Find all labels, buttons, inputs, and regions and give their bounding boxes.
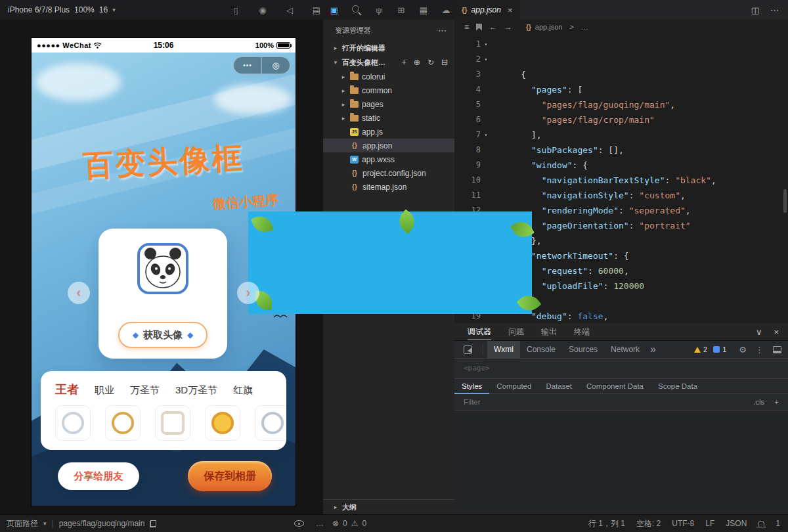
- grid-icon[interactable]: ⊞: [395, 4, 407, 16]
- simulator-icon[interactable]: ▯: [230, 4, 242, 16]
- more-icon[interactable]: …: [316, 519, 324, 528]
- category-tab[interactable]: 红旗: [233, 384, 253, 397]
- tree-item[interactable]: ▸ common: [323, 83, 454, 97]
- copy-path-icon[interactable]: [150, 520, 156, 527]
- carousel-next-button[interactable]: ›: [237, 282, 259, 304]
- tabs-overflow-icon[interactable]: »: [646, 344, 660, 355]
- record-icon[interactable]: ◉: [257, 4, 269, 16]
- fold-chevron-icon[interactable]: [481, 143, 491, 158]
- kebab-menu-icon[interactable]: ⋮: [755, 345, 764, 355]
- new-style-rule-button[interactable]: +: [774, 398, 779, 406]
- forward-icon[interactable]: →: [504, 22, 512, 32]
- get-avatar-button[interactable]: ◆ 获取头像 ◆: [118, 322, 208, 348]
- avatar-frame-thumbnail[interactable]: [255, 405, 286, 441]
- notification-count[interactable]: 1: [776, 519, 780, 528]
- more-actions-icon[interactable]: ⋯: [770, 5, 779, 15]
- fold-chevron-icon[interactable]: [481, 188, 491, 203]
- styles-tab[interactable]: Dataset: [538, 379, 579, 394]
- bell-icon[interactable]: [758, 521, 764, 527]
- category-tab[interactable]: 3D万圣节: [175, 384, 217, 397]
- styles-tab[interactable]: Styles: [454, 379, 489, 394]
- new-file-icon[interactable]: +: [402, 58, 406, 67]
- carousel-prev-button[interactable]: ‹: [68, 282, 90, 304]
- gear-icon[interactable]: ⚙: [739, 345, 747, 355]
- dock-side-icon[interactable]: [773, 346, 781, 353]
- share-button[interactable]: 分享给朋友: [58, 462, 139, 490]
- fold-chevron-icon[interactable]: [481, 173, 491, 188]
- tab-app-json[interactable]: {} app.json ×: [454, 0, 520, 20]
- styles-tab[interactable]: Scope Data: [651, 379, 705, 394]
- statusbar-item[interactable]: UTF-8: [672, 519, 694, 528]
- open-editors-icon[interactable]: ≡: [464, 22, 469, 32]
- device-selector[interactable]: iPhone 6/7/8 Plus 100% 16 ▾: [8, 0, 116, 20]
- windows-icon[interactable]: ▦: [418, 4, 429, 16]
- cloud-icon[interactable]: ☁: [440, 4, 452, 16]
- snapshot-icon[interactable]: ▤: [311, 4, 322, 16]
- avatar-frame-thumbnail[interactable]: [155, 405, 190, 441]
- editor-toggle-icon[interactable]: ▣: [328, 4, 340, 16]
- tree-item[interactable]: {} app.json: [323, 139, 454, 152]
- fold-chevron-icon[interactable]: ▾: [481, 127, 491, 143]
- project-root-section[interactable]: ▾ 百变头像框… +⊕↻⊟: [323, 55, 454, 70]
- fold-chevron-icon[interactable]: ▾: [481, 37, 491, 52]
- back-icon[interactable]: ←: [489, 22, 497, 32]
- avatar-frame-thumbnail[interactable]: [55, 405, 91, 441]
- debugger-tab[interactable]: 调试器: [468, 324, 491, 340]
- tree-item[interactable]: ▸ colorui: [323, 70, 454, 83]
- editor-scrollbar[interactable]: [783, 189, 787, 213]
- save-to-album-button[interactable]: 保存到相册: [188, 461, 272, 491]
- breadcrumb-file[interactable]: {} app.json: [526, 23, 562, 31]
- fold-chevron-icon[interactable]: [481, 112, 491, 127]
- styles-tab[interactable]: Computed: [489, 379, 538, 394]
- tree-item[interactable]: {} sitemap.json: [323, 180, 454, 194]
- close-panel-icon[interactable]: ×: [774, 327, 779, 337]
- debugger-tab[interactable]: 问题: [508, 324, 524, 340]
- avatar-frame-thumbnail[interactable]: [205, 405, 240, 441]
- debugger-tab[interactable]: 终端: [574, 324, 590, 340]
- minimize-panel-icon[interactable]: ∨: [756, 327, 762, 337]
- category-tab[interactable]: 王者: [55, 382, 79, 397]
- tree-item[interactable]: JS app.js: [323, 125, 454, 139]
- wxml-dom-root[interactable]: <page>: [454, 359, 788, 378]
- category-tab[interactable]: 职业: [95, 384, 114, 397]
- refresh-icon[interactable]: ↻: [427, 58, 434, 67]
- split-editor-icon[interactable]: ◫: [751, 5, 759, 15]
- fold-chevron-icon[interactable]: [481, 67, 491, 82]
- new-folder-icon[interactable]: ⊕: [414, 58, 420, 67]
- tree-item[interactable]: {} project.config.json: [323, 166, 454, 180]
- close-tab-icon[interactable]: ×: [508, 5, 513, 15]
- issues-count[interactable]: 1: [722, 345, 726, 353]
- page-path-label[interactable]: 页面路径: [7, 518, 38, 529]
- fold-chevron-icon[interactable]: [481, 97, 491, 112]
- search-icon[interactable]: [351, 4, 362, 16]
- problems-group[interactable]: ⊗ 0 ⚠ 0: [332, 515, 366, 532]
- devtools-tab[interactable]: Network: [604, 341, 646, 359]
- statusbar-item[interactable]: LF: [705, 519, 714, 528]
- open-editors-section[interactable]: ▸ 打开的编辑器: [323, 41, 454, 55]
- capsule-more-button[interactable]: •••: [234, 57, 262, 74]
- breadcrumb-more[interactable]: …: [581, 23, 588, 31]
- fold-chevron-icon[interactable]: [481, 158, 491, 173]
- fold-chevron-icon[interactable]: ▾: [481, 52, 491, 67]
- preview-eye-icon[interactable]: [294, 520, 304, 527]
- toggle-class-button[interactable]: .cls: [753, 398, 764, 406]
- devtools-tab[interactable]: Console: [520, 341, 562, 359]
- statusbar-item[interactable]: 空格: 2: [636, 518, 661, 529]
- statusbar-item[interactable]: 行 1，列 1: [588, 518, 625, 529]
- fold-chevron-icon[interactable]: [481, 82, 491, 97]
- bookmark-icon[interactable]: [476, 24, 482, 31]
- devtools-tab[interactable]: Wxml: [487, 341, 520, 359]
- inspect-element-icon[interactable]: [464, 345, 472, 354]
- warning-count[interactable]: 2: [703, 345, 707, 353]
- tree-item[interactable]: W app.wxss: [323, 152, 454, 166]
- filter-input[interactable]: Filter: [464, 398, 481, 406]
- explorer-more-icon[interactable]: ⋯: [438, 26, 447, 35]
- outline-section[interactable]: ▸ 大纲: [323, 499, 454, 514]
- avatar-frame-thumbnail[interactable]: [105, 405, 141, 441]
- capsule-close-button[interactable]: ◎: [262, 57, 290, 74]
- devtools-tab[interactable]: Sources: [562, 341, 604, 359]
- category-tab[interactable]: 万圣节: [130, 384, 160, 397]
- debugger-tab[interactable]: 输出: [541, 324, 557, 340]
- tree-item[interactable]: ▸ static: [323, 111, 454, 125]
- version-control-icon[interactable]: ψ: [373, 4, 385, 16]
